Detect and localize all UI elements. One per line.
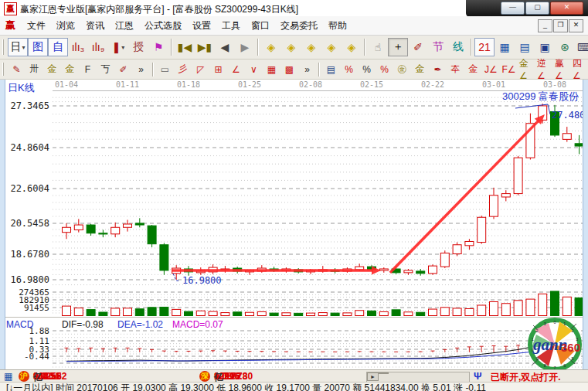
menu-logo-icon: 赢 xyxy=(5,19,15,32)
menu-item-6[interactable]: 设置 xyxy=(187,17,216,35)
bars-3-icon[interactable]: ılı₃ xyxy=(68,38,88,56)
percent-icon[interactable]: % xyxy=(358,61,376,77)
menu-item-7[interactable]: 工具 xyxy=(216,17,246,35)
low-price-annotation[interactable]: 16.9800 xyxy=(182,275,222,286)
remote-pc-icon[interactable]: ⌨ xyxy=(575,38,588,56)
candle xyxy=(111,223,120,237)
maximize-button[interactable]: ▢ xyxy=(525,2,549,15)
more-tools-2-icon[interactable]: » xyxy=(298,61,316,77)
gold-circle-icon[interactable]: ㊎ xyxy=(393,61,411,77)
j-angle-icon[interactable]: J∠ xyxy=(482,61,500,77)
menu-item-8[interactable]: 窗口 xyxy=(246,17,275,35)
candle xyxy=(87,224,95,236)
svg-text:9: 9 xyxy=(535,356,538,361)
rising-trend-arrow[interactable] xyxy=(390,121,539,273)
compass-draw-icon[interactable]: ✎ xyxy=(8,61,25,77)
si-angle-icon[interactable]: 四∠ xyxy=(571,61,588,77)
angle-lines-icon[interactable]: ∠ xyxy=(227,61,245,77)
period-day-icon[interactable]: 日▾ xyxy=(8,38,28,56)
high-price-annotation[interactable]: 27.480 xyxy=(552,110,585,121)
compass-2-icon[interactable]: ✐ xyxy=(114,61,132,77)
mdi-close-button[interactable]: ✕ xyxy=(569,19,583,32)
gann-box-icon[interactable]: ◸ xyxy=(192,61,209,77)
save-icon[interactable]: ▣ xyxy=(535,38,555,56)
color-flag-icon[interactable]: ⚑ xyxy=(148,38,168,56)
jin-angle-icon[interactable]: 金∠ xyxy=(518,61,535,77)
gold-angle-red-icon[interactable]: 金 xyxy=(464,61,482,77)
date-tick-label: 03-08 xyxy=(543,80,566,89)
diamond-right-icon[interactable]: ◈ xyxy=(281,38,301,56)
more-tools-1-icon[interactable]: » xyxy=(132,61,150,77)
compass-candle-icon[interactable]: ✒ xyxy=(429,61,447,77)
drawn-trendlines-layer[interactable] xyxy=(172,114,545,274)
candle-style-icon[interactable]: ❚▾ xyxy=(108,38,128,56)
gold-section-2-icon[interactable]: 金 xyxy=(61,61,79,77)
f10-info-icon[interactable]: 自 xyxy=(48,38,68,56)
mdi-controls: _❐✕ xyxy=(537,19,583,32)
diamond-cross-icon[interactable]: ◈ xyxy=(342,38,362,56)
app-window: 赢 赢家江恩专业版[赢家内部服务平台] - [富春股份 SZ300299-43日… xyxy=(0,0,588,391)
nav-next-icon[interactable]: ▶ xyxy=(235,38,255,56)
menu-item-10[interactable]: 帮助 xyxy=(323,17,352,35)
memo-icon[interactable]: ▤ xyxy=(515,38,535,56)
toolbar-grip[interactable] xyxy=(2,39,4,55)
web-export-icon[interactable]: ⊛ xyxy=(555,38,575,56)
shou-tool-icon[interactable]: 授 xyxy=(128,38,148,56)
mdi-restore-button[interactable]: ❐ xyxy=(553,19,568,32)
angle-measure-icon[interactable]: ✐ xyxy=(408,38,428,56)
gann-tool-icon[interactable]: 节 xyxy=(428,38,448,56)
quote-table-icon[interactable]: ▦ xyxy=(4,371,12,382)
hand-tool-icon[interactable]: ☝ xyxy=(368,38,388,56)
grid-tool-1-icon[interactable]: ▦ xyxy=(263,61,280,77)
menu-item-5[interactable]: 公式选股 xyxy=(139,17,187,35)
minimize-button[interactable]: — xyxy=(501,2,525,15)
menu-item-3[interactable]: 资讯 xyxy=(80,17,110,35)
diamond-left-icon[interactable]: ◈ xyxy=(261,38,281,56)
stats-tool-icon[interactable]: ▤ xyxy=(322,61,340,77)
ni-angle-icon[interactable]: 逆∠ xyxy=(535,61,553,77)
rect-select-icon[interactable]: ▭ xyxy=(156,61,174,77)
menu-item-1[interactable]: 文件 xyxy=(22,17,51,35)
mdi-minimize-button[interactable]: _ xyxy=(538,19,552,32)
f-angle-icon[interactable]: F∠ xyxy=(500,61,518,77)
gann-square-icon[interactable]: ⊞ xyxy=(209,61,227,77)
bars-9-icon[interactable]: ılı₉ xyxy=(88,38,108,56)
grid-tool-2-icon[interactable]: ▩ xyxy=(280,61,298,77)
title-bar[interactable]: 赢 赢家江恩专业版[赢家内部服务平台] - [富春股份 SZ300299-43日… xyxy=(0,0,588,17)
kline-chart: 27.346524.860422.600420.545818.678016.98… xyxy=(0,80,588,370)
f-section-icon[interactable]: F xyxy=(79,61,97,77)
close-button[interactable]: ✕ xyxy=(550,2,583,15)
s-section-icon[interactable]: 丂 xyxy=(97,61,114,77)
menu-item-9[interactable]: 交易委托 xyxy=(275,17,323,35)
menu-item-4[interactable]: 江恩 xyxy=(110,17,139,35)
nav-last-icon[interactable]: ▶▮ xyxy=(195,38,215,56)
fan-lines-icon[interactable]: 彡 xyxy=(174,61,192,77)
diamond-up-icon[interactable]: ◈ xyxy=(301,38,321,56)
candle xyxy=(478,216,486,244)
scroll-right-button[interactable]: ► xyxy=(367,372,379,381)
wave-lines-icon[interactable]: ∨ xyxy=(245,61,263,77)
calculator-icon[interactable]: ▦ xyxy=(495,38,515,56)
cycle-tool-icon[interactable]: 线 xyxy=(448,38,468,56)
toolbar-grip[interactable] xyxy=(2,63,4,76)
window-frame-left xyxy=(0,79,5,369)
horizontal-scrollbar[interactable]: ◄ ► xyxy=(366,372,470,382)
volume-bar xyxy=(196,311,205,315)
nav-first-icon[interactable]: ▮◀ xyxy=(175,38,195,56)
hash-grid-icon[interactable]: 卅 xyxy=(25,61,43,77)
percent-line-icon[interactable]: % xyxy=(376,61,393,77)
ying-angle-icon[interactable]: 赢∠ xyxy=(553,61,571,77)
calendar-21-icon[interactable]: 21 xyxy=(474,38,495,56)
window-controls: —▢✕ xyxy=(466,0,588,17)
diamond-down-icon[interactable]: ◈ xyxy=(321,38,342,56)
crosshair-tool-icon[interactable]: ＋ xyxy=(388,38,408,56)
gold-section-1-icon[interactable]: 金 xyxy=(43,61,61,77)
nav-prev-icon[interactable]: ◀ xyxy=(215,38,235,56)
menu-item-2[interactable]: 浏览 xyxy=(51,17,80,35)
zigzag-chart-icon[interactable]: 图 xyxy=(28,38,48,56)
chart-canvas[interactable]: 27.346524.860422.600420.545818.678016.98… xyxy=(0,79,588,370)
gold-lines-icon[interactable]: 金 xyxy=(411,61,429,77)
volume-bar xyxy=(343,313,352,316)
percent-down-icon[interactable]: % xyxy=(340,61,358,77)
x-wave-icon[interactable]: 夲 xyxy=(447,61,464,77)
